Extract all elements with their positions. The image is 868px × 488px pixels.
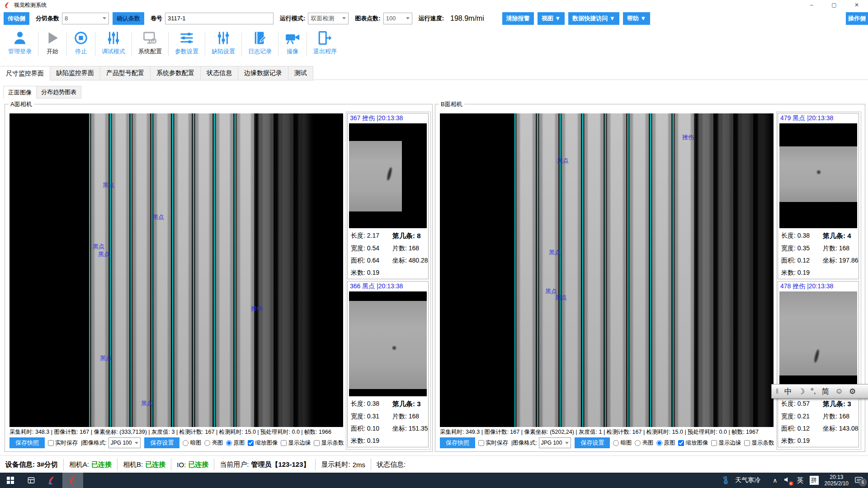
defect-thumbnail[interactable] [349, 291, 427, 396]
image-mode-radio[interactable] [635, 440, 641, 446]
toolbar-button-camera[interactable]: 撮像 [278, 27, 307, 56]
close-button[interactable]: ✕ [845, 0, 868, 10]
image-mode-radio[interactable] [226, 440, 232, 446]
taskbar-app-1[interactable] [42, 473, 62, 488]
show-strip-count[interactable]: 显示条数 [314, 439, 344, 447]
image-format-select[interactable]: JPG 100 [539, 437, 571, 448]
ime-drag-handle[interactable]: ‖ [776, 388, 778, 395]
ime-toolbar: ‖中☽°,简☺⚙ [771, 384, 868, 399]
data-quick-access-menu-button[interactable]: 数据快捷访问 ▼ [568, 12, 619, 25]
toolbar-button-slidersV[interactable]: 调试模式 [95, 27, 132, 56]
clear-alarm-button[interactable]: 清除报警 [502, 12, 534, 25]
image-mode-暗图[interactable]: 暗图 [613, 439, 632, 447]
toolbar-button-slidersH[interactable]: 参数设置 [169, 27, 205, 56]
taskbar-app-2-active[interactable] [62, 473, 83, 488]
language-indicator[interactable]: 英 [797, 476, 804, 485]
defect-region [349, 141, 402, 211]
toolbar-button-stop[interactable]: 停止 [67, 27, 95, 56]
realtime-save[interactable]: 实时保存 [478, 439, 508, 447]
toolbar-button-slidersV2[interactable]: 缺陷设置 [205, 27, 241, 56]
confirm-count-button[interactable]: 确认条数 [113, 12, 144, 25]
subtab-分布趋势图表[interactable]: 分布趋势图表 [36, 86, 81, 99]
ime-moon-icon[interactable]: ☽ [798, 387, 805, 396]
minimize-button[interactable]: – [800, 0, 823, 10]
image-mode-radio[interactable] [656, 440, 662, 446]
tab-尺寸监控界面[interactable]: 尺寸监控界面 [0, 66, 50, 81]
tab-状态信息[interactable]: 状态信息 [200, 66, 238, 80]
defect-mark [817, 170, 821, 174]
task-view-button[interactable] [21, 473, 42, 488]
image-mode-暗图[interactable]: 暗图 [183, 439, 201, 447]
save-settings-button[interactable]: 保存设置 [144, 437, 179, 448]
realtime-save-checkbox[interactable] [478, 440, 484, 446]
volume-muted-icon[interactable]: ✕ [783, 476, 791, 485]
toolbar-button-play[interactable]: 开始 [38, 27, 66, 56]
run-mode-select[interactable]: 双面检测 [308, 13, 349, 24]
ime-settings-gear-icon[interactable]: ⚙ [849, 387, 856, 396]
toolbar-button-exit[interactable]: 退出程序 [307, 27, 343, 56]
show-strip-count-checkbox[interactable] [744, 440, 750, 446]
taskbar-clock[interactable]: 20:13 2025/2/10 [825, 474, 849, 487]
defect-card-title: 478 挫伤 |20:13:38 [778, 282, 859, 291]
image-mode-radio[interactable] [204, 440, 210, 446]
ime-indicator[interactable]: 拼 [810, 476, 819, 485]
app-logo-icon [47, 475, 57, 485]
show-strip-count-checkbox[interactable] [314, 440, 320, 446]
camera-panel-b: B面相机挫伤黑点黑点黑点黑点479 黑点 |20:13:38长度: 0.38第几… [435, 104, 865, 452]
ime-emoji-icon[interactable]: ☺ [835, 387, 843, 396]
show-edge-checkbox[interactable] [711, 440, 717, 446]
chart-points-select[interactable]: 100 [383, 13, 412, 24]
show-edge[interactable]: 显示边缘 [281, 439, 311, 447]
image-mode-原图[interactable]: 原图 [656, 439, 675, 447]
start-button[interactable] [0, 473, 21, 488]
save-snapshot-button[interactable]: 保存快照 [9, 437, 45, 448]
image-mode-亮图[interactable]: 亮图 [204, 439, 223, 447]
defect-thumbnail[interactable] [779, 123, 857, 228]
zoom-image-checkbox[interactable] [678, 440, 684, 446]
image-mode-原图[interactable]: 原图 [226, 439, 245, 447]
image-format-value: JPG 100 [541, 440, 562, 446]
tab-缺陷监控界面[interactable]: 缺陷监控界面 [50, 66, 100, 80]
realtime-save-label: 实时保存 [55, 439, 78, 447]
zoom-image[interactable]: 缩放图像 [248, 439, 278, 447]
show-edge[interactable]: 显示边缘 [711, 439, 741, 447]
show-edge-checkbox[interactable] [281, 440, 287, 446]
tab-边缘数据记录[interactable]: 边缘数据记录 [238, 66, 288, 80]
image-mode-radio[interactable] [613, 440, 619, 446]
tab-产品型号配置[interactable]: 产品型号配置 [100, 66, 151, 80]
image-format-select[interactable]: JPG 100 [108, 437, 141, 448]
drive-side-button[interactable]: 传动侧 [4, 12, 29, 25]
ime-punctuation-icon[interactable]: °, [811, 387, 816, 396]
toolbar-button-user[interactable]: 管理登录 [2, 27, 38, 56]
view-menu-button[interactable]: 视图 ▼ [538, 12, 565, 25]
ime-chinese-mode[interactable]: 中 [784, 386, 792, 397]
tray-expand-chevron[interactable]: ∧ [773, 477, 777, 484]
maximize-button[interactable]: ▢ [823, 0, 845, 10]
image-mode-亮图[interactable]: 亮图 [635, 439, 653, 447]
ime-simplified-icon[interactable]: 简 [822, 386, 830, 397]
realtime-save[interactable]: 实时保存 [48, 439, 78, 447]
action-center-button[interactable]: 6 [854, 476, 863, 484]
image-mode-radio[interactable] [183, 440, 189, 446]
defect-thumbnail[interactable] [349, 123, 427, 228]
zoom-image-checkbox[interactable] [248, 440, 254, 446]
tab-系统参数配置[interactable]: 系统参数配置 [150, 66, 201, 80]
realtime-save-checkbox[interactable] [48, 440, 54, 446]
radio-label: 原图 [664, 439, 675, 447]
slit-count-select[interactable]: 8 [62, 13, 109, 24]
show-strip-count[interactable]: 显示条数 [744, 439, 774, 447]
zoom-image[interactable]: 缩放图像 [678, 439, 708, 447]
app-window: 视觉检测系统 – ▢ ✕ 传动侧 分切条数 8 确认条数 卷号 运行模式: 双面… [0, 0, 868, 488]
toolbar-button-log[interactable]: 日志记录 [242, 27, 278, 56]
tab-测试[interactable]: 测试 [288, 66, 313, 80]
toolbar-button-monitorGear[interactable]: 系统配置 [132, 27, 168, 56]
help-menu-button[interactable]: 帮助 ▼ [623, 12, 650, 25]
save-settings-button[interactable]: 保存设置 [575, 437, 610, 448]
roll-number-input[interactable] [165, 13, 274, 24]
toolbar-button-label: 系统配置 [138, 47, 162, 56]
roll-label: 卷号 [151, 14, 162, 23]
subtab-正面图像[interactable]: 正面图像 [3, 86, 37, 99]
save-snapshot-button[interactable]: 保存快照 [440, 437, 475, 448]
defect-thumbnail[interactable] [779, 291, 857, 396]
operate-side-button[interactable]: 操作侧 [846, 12, 868, 25]
